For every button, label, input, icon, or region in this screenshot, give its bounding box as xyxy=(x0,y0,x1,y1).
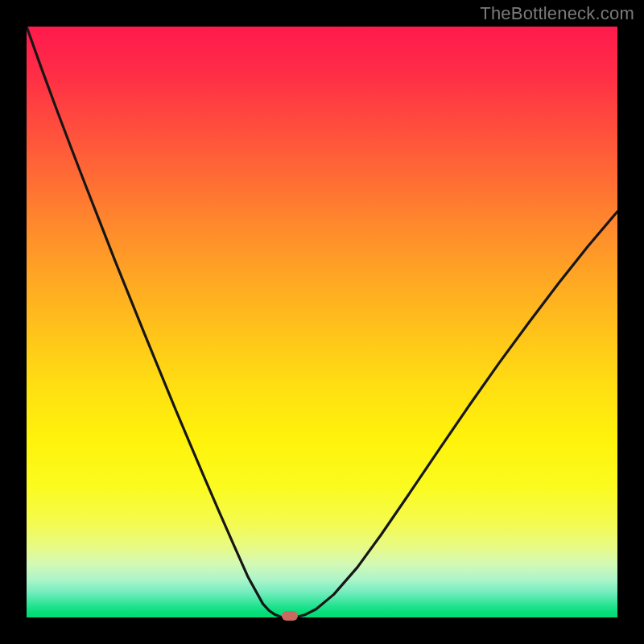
plot-area xyxy=(27,27,617,617)
outer-frame: TheBottleneck.com xyxy=(0,0,644,644)
watermark-text: TheBottleneck.com xyxy=(480,3,634,24)
bottleneck-curve xyxy=(27,27,617,617)
optimum-marker xyxy=(282,611,298,621)
